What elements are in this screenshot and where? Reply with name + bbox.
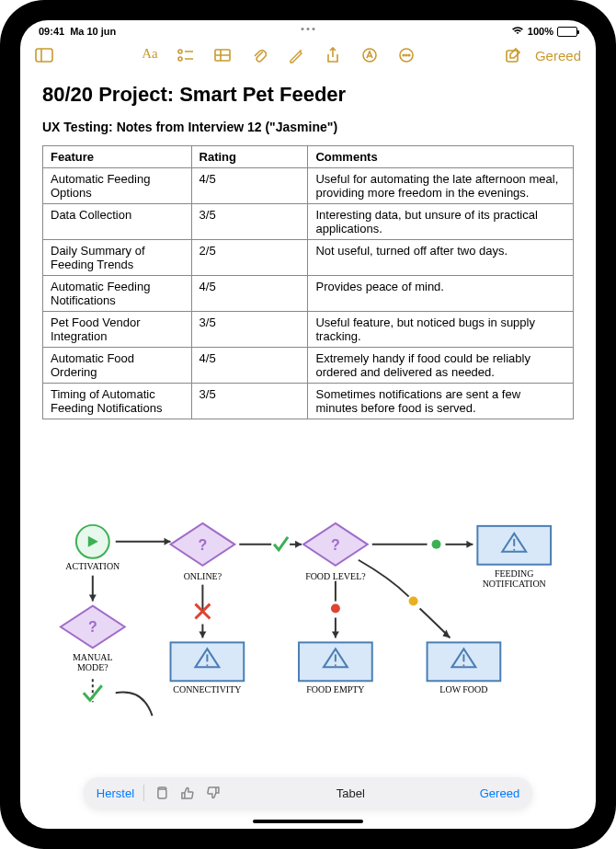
sparkle-pencil-icon[interactable] — [287, 46, 305, 64]
note-content[interactable]: 80/20 Project: Smart Pet Feeder UX Testi… — [20, 72, 596, 829]
svg-rect-0 — [36, 49, 52, 62]
screen: 09:41 Ma 10 jun 100% Aa — [20, 20, 596, 829]
format-text-button[interactable]: Aa — [142, 46, 158, 64]
td-comments: Extremely handy if food could be reliabl… — [308, 348, 574, 384]
table-row[interactable]: Automatic Food Ordering4/5Extremely hand… — [43, 348, 574, 384]
battery-icon — [557, 27, 577, 37]
status-time: 09:41 — [39, 26, 64, 37]
table-row[interactable]: Daily Summary of Feeding Trends2/5Not us… — [43, 240, 574, 276]
wifi-icon — [511, 26, 524, 37]
table-row[interactable]: Data Collection3/5Interesting data, but … — [43, 204, 574, 240]
td-comments: Interesting data, but unsure of its prac… — [308, 204, 574, 240]
svg-point-13 — [408, 54, 410, 56]
td-feature: Data Collection — [43, 204, 192, 240]
context-done-button[interactable]: Gereed — [480, 786, 519, 800]
attach-icon[interactable] — [250, 46, 268, 64]
svg-point-43 — [409, 597, 418, 606]
th-rating: Rating — [191, 146, 308, 168]
compose-icon[interactable] — [504, 46, 522, 64]
td-rating: 4/5 — [191, 168, 308, 204]
feature-table[interactable]: Feature Rating Comments Automatic Feedin… — [42, 145, 574, 419]
fc-manual: MANUALMODE? — [73, 652, 113, 672]
td-rating: 3/5 — [191, 312, 308, 348]
table-row[interactable]: Timing of Automatic Feeding Notification… — [43, 384, 574, 419]
td-feature: Automatic Feeding Notifications — [43, 276, 192, 312]
ipad-device-frame: 09:41 Ma 10 jun 100% Aa — [0, 0, 616, 849]
td-comments: Useful feature, but noticed bugs in supp… — [308, 312, 574, 348]
fc-foodempty: FOOD EMPTY — [306, 684, 364, 694]
svg-point-2 — [178, 50, 182, 53]
context-label: Tabel — [231, 786, 471, 800]
restore-button[interactable]: Herstel — [97, 786, 134, 800]
table-row[interactable]: Automatic Feeding Notifications4/5Provid… — [43, 276, 574, 312]
table-row[interactable]: Automatic Feeding Options4/5Useful for a… — [43, 168, 574, 204]
th-comments: Comments — [308, 146, 574, 168]
td-feature: Automatic Feeding Options — [43, 168, 192, 204]
more-icon[interactable] — [397, 46, 416, 64]
markup-icon[interactable] — [360, 46, 379, 64]
fc-lowfood: LOW FOOD — [439, 684, 487, 694]
svg-text:?: ? — [88, 619, 97, 635]
multitask-indicator[interactable] — [302, 28, 315, 30]
flowchart-drawing[interactable]: ACTIVATION ? ONLINE? ? FOOD LEVEL? — [42, 430, 574, 818]
td-comments: Not useful, turned off after two days. — [308, 240, 574, 276]
svg-marker-24 — [466, 541, 473, 548]
svg-point-36 — [206, 664, 208, 666]
checklist-icon[interactable] — [177, 46, 195, 64]
svg-marker-32 — [199, 631, 206, 637]
td-rating: 3/5 — [191, 384, 308, 419]
svg-point-37 — [331, 604, 340, 614]
battery-percent: 100% — [528, 26, 553, 37]
svg-point-4 — [178, 57, 182, 61]
table-row[interactable]: Pet Food Vendor Integration3/5Useful fea… — [43, 312, 574, 348]
td-rating: 2/5 — [191, 240, 308, 276]
sidebar-toggle-icon[interactable] — [35, 46, 53, 64]
table-header-row: Feature Rating Comments — [43, 146, 574, 168]
td-feature: Timing of Automatic Feeding Notification… — [43, 384, 192, 419]
copy-icon[interactable] — [154, 785, 170, 801]
fc-connectivity: CONNECTIVITY — [173, 684, 241, 694]
thumbs-down-icon[interactable] — [205, 785, 222, 801]
context-toolbar: Herstel Tabel Gereed — [84, 777, 532, 809]
fc-feednotif: FEEDINGNOTIFICATION — [483, 568, 546, 589]
status-date: Ma 10 jun — [70, 26, 116, 37]
td-rating: 4/5 — [191, 276, 308, 312]
svg-point-12 — [405, 54, 407, 56]
thumbs-up-icon[interactable] — [179, 785, 196, 801]
td-comments: Sometimes notifications are sent a few m… — [308, 384, 574, 419]
table-icon[interactable] — [213, 46, 232, 64]
td-comments: Provides peace of mind. — [308, 276, 574, 312]
svg-text:?: ? — [199, 537, 208, 553]
td-rating: 4/5 — [191, 348, 308, 384]
svg-point-23 — [432, 540, 441, 549]
svg-point-11 — [403, 54, 405, 56]
done-button[interactable]: Gereed — [535, 48, 581, 63]
fc-online: ONLINE? — [184, 571, 222, 581]
home-indicator[interactable] — [253, 820, 363, 823]
td-feature: Pet Food Vendor Integration — [43, 312, 192, 348]
fc-foodlevel: FOOD LEVEL? — [305, 571, 366, 581]
divider — [143, 785, 144, 801]
svg-point-48 — [462, 664, 464, 666]
td-rating: 3/5 — [191, 204, 308, 240]
td-feature: Automatic Food Ordering — [43, 348, 192, 384]
td-feature: Daily Summary of Feeding Trends — [43, 240, 192, 276]
note-title: 80/20 Project: Smart Pet Feeder — [42, 83, 574, 107]
th-feature: Feature — [43, 146, 192, 168]
svg-marker-38 — [332, 631, 339, 637]
svg-marker-29 — [89, 595, 97, 602]
svg-rect-49 — [158, 789, 166, 798]
svg-text:?: ? — [331, 537, 340, 553]
share-icon[interactable] — [324, 46, 342, 64]
td-comments: Useful for automating the late afternoon… — [308, 168, 574, 204]
svg-point-28 — [513, 549, 515, 551]
note-subtitle: UX Testing: Notes from Interview 12 ("Ja… — [42, 120, 574, 134]
toolbar: Aa — [20, 39, 596, 72]
svg-point-42 — [335, 664, 337, 666]
fc-activation: ACTIVATION — [65, 561, 120, 571]
